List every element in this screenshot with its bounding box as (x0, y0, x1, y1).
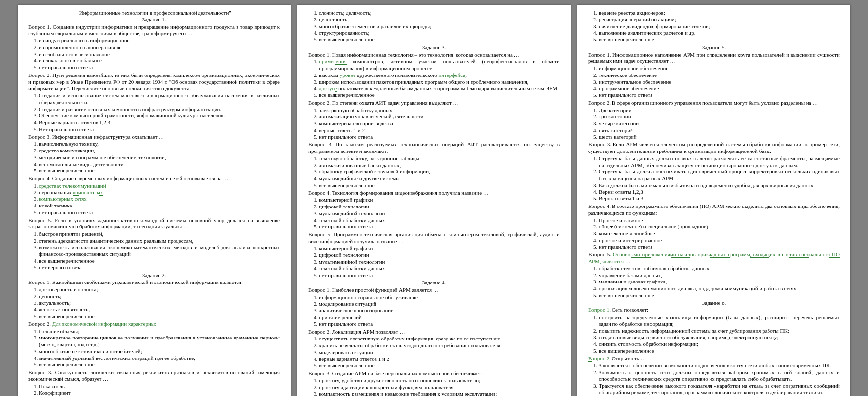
question-text: Вопрос 1. Сеть позволяет: (588, 307, 840, 314)
answer-option: три категории (599, 113, 840, 120)
answer-option: информационно-справочное обслуживание (319, 294, 560, 301)
question-text: Вопрос 3. По классам реализуемых техноло… (308, 141, 560, 155)
answer-option: осуществить оперативную обработку информ… (319, 336, 560, 342)
styled-text: , (465, 72, 467, 78)
answer-option: нет правильного ответа (319, 321, 560, 328)
answer-list: обработка текстов, табличная обработка д… (588, 265, 840, 299)
answer-list: достоверность и полнота;ценность;актуаль… (28, 286, 280, 320)
styled-text: Вопрос 5. (588, 251, 613, 257)
answer-option: регистрация операций по акциям; (599, 17, 840, 23)
answer-option: компьютеризацию производства (319, 120, 560, 127)
answer-option: все вышеперечисленное (319, 182, 560, 189)
answer-list: Простое и сложноеобщее (системное) и спе… (588, 217, 840, 251)
answer-option: автоматизированные банки данных, (319, 162, 560, 169)
answer-option: все вышеперечисленное (599, 348, 840, 355)
answer-list: Две категориитри категориичетыре категор… (588, 107, 840, 141)
answer-list: сложность; делимость;целостность;многооб… (308, 10, 560, 43)
answer-option: нет правильного ответа (39, 64, 280, 71)
styled-text: Вопрос 1 (588, 307, 609, 313)
answer-option: пять категорий (599, 127, 840, 134)
answer-option: организация человеко-машинного диалога, … (599, 285, 840, 292)
styled-text: Вопрос 2 (588, 356, 609, 362)
question-text: Вопрос 1. Новая информационная технологи… (308, 52, 560, 58)
heading: Задание 3. (308, 44, 560, 51)
question-text: Вопрос 2. По степени охвата АИТ задач уп… (308, 100, 560, 107)
answer-option: начисление дивидендов; формирование отче… (599, 23, 840, 30)
answer-option: все вышеперечисленное (39, 361, 280, 368)
answer-option: из индустриального в информационное (39, 38, 280, 44)
answer-option: применения компьютеров, активном участии… (319, 58, 560, 72)
answer-option: достоверность и полнота; (39, 286, 280, 293)
answer-option: простоту, удобство и дружественность по … (319, 377, 560, 384)
answer-list: из индустриального в информационноеиз пр… (28, 38, 280, 71)
answer-list: компьютерной графикицифровой технологиим… (308, 197, 560, 230)
answer-option: ясность и понятность; (39, 306, 280, 313)
question-text: Вопрос 5. Программно-техническая организ… (308, 231, 560, 245)
answer-option: компьютерной графики (319, 197, 560, 204)
answer-list: построить распределенные хранилища инфор… (588, 314, 840, 355)
question-text: Вопрос 2. Локализация АРМ позволяет … (308, 329, 560, 336)
answer-option: мультимедийной технологии (319, 210, 560, 217)
answer-option: большие объемы; (39, 328, 280, 335)
question-text: Вопрос 1. Создание индустрии информатики… (28, 24, 280, 38)
styled-text: … (624, 258, 631, 264)
answer-option: построить распределенные хранилища инфор… (599, 314, 840, 328)
styled-text: Для экономической информации характерны: (52, 321, 157, 327)
answer-option: компьютерной графики (319, 245, 560, 252)
styled-text: уровне (340, 72, 355, 78)
answer-option: Структура базы должна обеспечивать едино… (599, 169, 840, 182)
answer-option: Значимость и ценность сети должны опреде… (599, 369, 840, 383)
answer-option: методическое и программное обеспечение, … (39, 154, 280, 161)
answer-option: все вышеперечисленное (319, 362, 560, 369)
answer-option: актуальность; (39, 300, 280, 307)
answer-option: все вышеперечисленное (319, 92, 560, 99)
answer-list: текстовую обработку, электронные таблицы… (308, 155, 560, 189)
answer-option: цифровой технологии (319, 204, 560, 210)
question-text: Вопрос 3. Информационная инфраструктура … (28, 134, 280, 141)
styled-text: персональных (39, 189, 73, 195)
answer-option: все вышеперечисленное (319, 37, 560, 43)
answer-option: автоматизацию управленческой деятельност… (319, 113, 560, 120)
answer-option: многообразие элементов и различие их при… (319, 23, 560, 30)
question-text: Вопрос 3. Если АРМ является элементом ра… (588, 141, 840, 155)
answer-option: сложность; делимость; (319, 10, 560, 17)
answer-option: нет правильного ответа (599, 92, 840, 99)
answer-option: программное обеспечение (599, 85, 840, 92)
answer-option: мультимедийной технологии (319, 259, 560, 265)
question-text: Вопрос 3. Создание АРМ на базе персональ… (308, 370, 560, 377)
heading: Задание 4. (308, 280, 560, 286)
answer-list: средствах телекоммуникацийперсональных к… (28, 183, 280, 216)
question-text: Вопрос 4. Технология формирования видеои… (308, 190, 560, 197)
answer-option: все вышеперечисленное (39, 258, 280, 264)
answer-option: шесть категорий (599, 134, 840, 141)
answer-list: ПоказательКоэффициентСтавкуПроцентреквиз… (28, 383, 280, 396)
answer-list: Создание и использование систем массовог… (28, 93, 280, 133)
page-1: "Информационные технологии в профессиона… (18, 5, 291, 396)
answer-list: применения компьютеров, активном участии… (308, 58, 560, 99)
answer-option: Заключается в обеспечении возможности по… (599, 362, 840, 369)
styled-text: дружественного пользовательского (355, 72, 438, 78)
heading: Задание 2. (28, 272, 280, 279)
question-text: Вопрос 4. В составе программного обеспеч… (588, 203, 840, 217)
answer-option: простое и интегрированное (599, 237, 840, 244)
answer-option: верные ответы 1 и 2 (319, 127, 560, 134)
answer-option: мультимедийные и другие системы (319, 175, 560, 182)
answer-option: нет верного ответа (39, 264, 280, 271)
styled-text: компьютеров, активном участии пользовате… (319, 58, 560, 71)
answer-option: создать новые виды сервисного обслуживан… (599, 334, 840, 341)
question-text: Вопрос 1. Наиболее простой функцией АРМ … (308, 287, 560, 294)
heading: Задание 6. (588, 300, 840, 307)
answer-option: Создание и развитие основных компонентов… (39, 106, 280, 113)
answer-option: Обеспечение компьютерной грамотности, ин… (39, 113, 280, 119)
answer-option: нет правильного ответа (599, 244, 840, 251)
answer-option: широком использовании пакетов прикладных… (319, 79, 560, 86)
styled-text: доступе (319, 85, 337, 92)
answer-option: Нет правильного ответа (39, 126, 280, 133)
answer-option: моделировать ситуации (319, 349, 560, 356)
answer-option: информационное обеспечение (599, 65, 840, 72)
answer-option: Структура базы данных должна позволять л… (599, 155, 840, 169)
answer-list: информационно-справочное обслуживаниемод… (308, 294, 560, 328)
question-text: Вопрос 2. В сфере организационного управ… (588, 100, 840, 107)
question-text: Вопрос 1. Важнейшими свойствами управлен… (28, 279, 280, 286)
answer-option: верные варианты ответов 1 и 2 (319, 356, 560, 363)
